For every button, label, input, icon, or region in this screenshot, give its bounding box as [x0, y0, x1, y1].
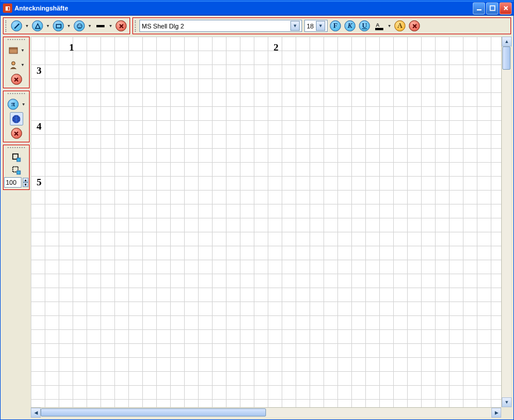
rect-dropdown[interactable]: ▼ — [66, 19, 71, 33]
side-group-2: π ▼ — [3, 91, 30, 142]
grid-background — [31, 37, 501, 407]
line-tool-button[interactable] — [10, 19, 23, 33]
toolbar-grip[interactable] — [8, 147, 25, 149]
scroll-right-button[interactable]: ▶ — [491, 408, 501, 418]
italic-button[interactable]: K — [343, 19, 357, 33]
zoom-down-button[interactable]: ▼ — [23, 182, 28, 187]
font-name-value: MS Shell Dlg 2 — [142, 23, 184, 30]
app-icon: ◧ — [3, 3, 12, 13]
line-color-button[interactable] — [94, 19, 107, 33]
svg-rect-11 — [17, 158, 20, 161]
font-color-button[interactable]: A — [372, 19, 386, 33]
crop-button-2[interactable] — [10, 164, 22, 176]
toolbar-grip[interactable] — [5, 20, 8, 32]
canvas-area: 1 2 3 4 5 ▲ ▼ ◀ ▶ — [31, 37, 511, 417]
font-name-combo[interactable]: MS Shell Dlg 2 ▼ — [139, 20, 302, 32]
bold-button[interactable]: F — [329, 19, 342, 33]
crop-button-1[interactable] — [10, 152, 22, 163]
triangle-dropdown[interactable]: ▼ — [45, 19, 51, 33]
face-tool-button[interactable] — [73, 19, 86, 33]
grid-label: 4 — [37, 121, 42, 132]
svg-point-8 — [12, 62, 15, 65]
grid-label: 2 — [274, 42, 279, 53]
triangle-icon — [32, 20, 43, 31]
svg-rect-2 — [56, 24, 61, 28]
toolbar-grip[interactable] — [8, 39, 25, 41]
highlight-icon: A — [394, 20, 405, 31]
svg-rect-13 — [17, 171, 20, 174]
close-icon — [11, 74, 22, 85]
face-dropdown[interactable]: ▼ — [87, 19, 92, 33]
grid-label: 1 — [69, 42, 74, 53]
zoom-up-button[interactable]: ▲ — [23, 178, 28, 182]
zoom-value: 100 — [6, 179, 16, 186]
underline-icon: U — [359, 20, 370, 31]
toolbar-grip[interactable] — [8, 93, 25, 95]
toolbar-grip[interactable] — [135, 20, 137, 32]
side-group-3: 100 ▲ ▼ — [3, 145, 30, 190]
maximize-button[interactable] — [486, 2, 498, 15]
close-icon — [116, 20, 127, 31]
draw-close-button[interactable] — [114, 19, 128, 33]
draw-toolbar: ▼ ▼ ▼ ▼ ▼ — [3, 17, 130, 34]
line-color-dropdown[interactable]: ▼ — [108, 19, 113, 33]
font-size-combo[interactable]: 18 ▼ — [304, 20, 328, 32]
font-size-value: 18 — [307, 23, 314, 30]
globe-icon — [11, 114, 21, 124]
highlight-button[interactable]: A — [393, 19, 407, 33]
scroll-track[interactable] — [41, 408, 491, 417]
svg-rect-1 — [490, 6, 495, 10]
minimize-button[interactable] — [473, 2, 485, 15]
side-group-1: ▼ ▼ — [3, 37, 30, 88]
scroll-corner — [501, 407, 511, 417]
svg-text:A: A — [376, 22, 380, 27]
line-color-icon — [95, 20, 106, 31]
window-title: Anteckningshäfte — [15, 5, 472, 12]
book-button[interactable] — [8, 45, 19, 56]
grid-viewport[interactable]: 1 2 3 4 5 — [31, 37, 501, 407]
scroll-up-button[interactable]: ▲ — [502, 37, 512, 46]
bold-icon: F — [330, 20, 341, 31]
underline-button[interactable]: U — [358, 19, 371, 33]
font-toolbar: MS Shell Dlg 2 ▼ 18 ▼ F K U A — [132, 17, 511, 34]
scroll-thumb[interactable] — [502, 46, 511, 70]
svg-point-4 — [78, 25, 79, 26]
close-icon — [409, 20, 420, 31]
globe-button[interactable] — [10, 112, 23, 125]
vertical-scrollbar[interactable]: ▲ ▼ — [501, 37, 511, 407]
close-window-button[interactable] — [499, 2, 512, 15]
svg-point-5 — [80, 25, 81, 26]
user-button[interactable] — [8, 59, 19, 71]
scroll-track[interactable] — [502, 46, 511, 397]
side2-close-button[interactable] — [10, 127, 23, 140]
triangle-tool-button[interactable] — [31, 19, 44, 33]
zoom-input[interactable]: 100 — [4, 177, 21, 188]
book-dropdown[interactable]: ▼ — [20, 44, 26, 57]
side1-close-button[interactable] — [10, 73, 23, 86]
italic-icon: K — [344, 20, 355, 31]
font-color-dropdown[interactable]: ▼ — [387, 19, 392, 33]
font-size-dropdown[interactable]: ▼ — [316, 21, 325, 31]
close-icon — [11, 128, 22, 139]
scroll-thumb[interactable] — [41, 408, 266, 417]
scroll-down-button[interactable]: ▼ — [502, 397, 512, 407]
side-rail: ▼ ▼ π ▼ — [3, 37, 30, 190]
line-icon — [11, 20, 22, 31]
line-dropdown[interactable]: ▼ — [24, 19, 30, 33]
rectangle-icon — [53, 20, 64, 31]
grid-label: 3 — [37, 65, 42, 77]
horizontal-scrollbar[interactable]: ◀ ▶ — [31, 407, 501, 417]
titlebar: ◧ Anteckningshäfte — [1, 1, 513, 16]
pi-icon: π — [8, 99, 19, 110]
pi-button[interactable]: π — [6, 98, 20, 111]
grid-label: 5 — [37, 177, 42, 188]
user-dropdown[interactable]: ▼ — [20, 58, 26, 71]
font-close-button[interactable] — [408, 19, 421, 33]
font-color-icon: A — [373, 20, 384, 31]
face-icon — [74, 20, 85, 31]
rect-tool-button[interactable] — [52, 19, 65, 33]
font-combo-dropdown[interactable]: ▼ — [290, 21, 300, 31]
top-toolbar-row: ▼ ▼ ▼ ▼ ▼ — [1, 16, 513, 36]
pi-dropdown[interactable]: ▼ — [21, 98, 26, 111]
scroll-left-button[interactable]: ◀ — [31, 408, 41, 418]
